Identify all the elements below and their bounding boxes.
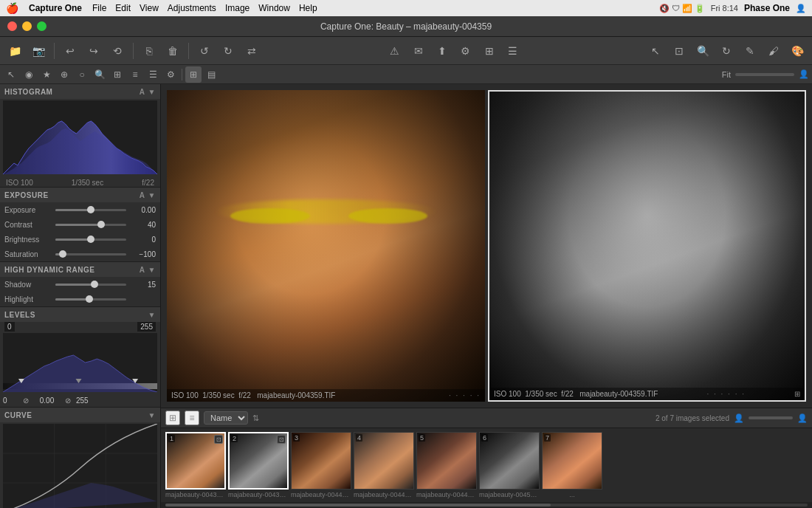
contrast-slider[interactable] bbox=[55, 224, 126, 226]
left-image-container[interactable] bbox=[167, 90, 485, 402]
menu-file[interactable]: File bbox=[92, 3, 106, 13]
hdr-icon-down[interactable]: ▼ bbox=[148, 266, 156, 274]
app-name[interactable]: Capture One bbox=[29, 3, 82, 13]
toolbar-zoom-in[interactable]: 🔍 bbox=[692, 41, 713, 61]
histogram-icon-a[interactable]: A bbox=[140, 88, 145, 96]
thumb-item-6[interactable]: 6 majabeauty-004503.TIF bbox=[479, 432, 540, 498]
thumb-img-6[interactable]: 6 bbox=[479, 432, 540, 490]
exposure-icon-a[interactable]: A bbox=[140, 191, 145, 199]
levels-eyedropper-right[interactable]: ⊘ bbox=[63, 395, 73, 405]
histogram-header[interactable]: HISTOGRAM A ▼ bbox=[0, 84, 160, 99]
toolbar-undo[interactable]: ↩ bbox=[60, 41, 80, 61]
toolbar-warning[interactable]: ⚠ bbox=[385, 41, 405, 61]
thumb-img-4[interactable]: 4 bbox=[354, 432, 414, 490]
thumb-item-3[interactable]: 3 majabeauty-004410.TIF bbox=[291, 432, 351, 498]
tb2-list-view[interactable]: ▤ bbox=[203, 66, 219, 83]
toolbar-rotate-r[interactable]: ↻ bbox=[218, 41, 238, 61]
thumb-img-2[interactable]: 2 ⊡ bbox=[228, 432, 289, 490]
tb2-search[interactable]: 🔍 bbox=[92, 66, 108, 83]
right-img-expand[interactable]: ⊞ bbox=[794, 390, 800, 398]
brightness-slider[interactable] bbox=[55, 238, 126, 241]
toolbar-capture[interactable]: 📷 bbox=[28, 41, 49, 61]
toolbar-picker[interactable]: 🎨 bbox=[787, 41, 808, 61]
tb2-circle[interactable]: ○ bbox=[74, 66, 90, 83]
zoom-slider-track[interactable] bbox=[735, 73, 794, 76]
user-icon[interactable]: 👤 bbox=[796, 4, 806, 13]
toolbar-copy[interactable]: ⎘ bbox=[139, 41, 159, 61]
exposure-icon-down[interactable]: ▼ bbox=[148, 191, 156, 199]
histogram-icon-down[interactable]: ▼ bbox=[148, 88, 156, 96]
toolbar-cursor[interactable]: ↖ bbox=[645, 41, 666, 61]
levels-max[interactable]: 255 bbox=[137, 322, 156, 332]
right-image-container[interactable] bbox=[488, 90, 806, 402]
tb2-grid-view[interactable]: ⊞ bbox=[185, 66, 202, 83]
tb2-list[interactable]: ≡ bbox=[127, 66, 143, 83]
toolbar-rotate2[interactable]: ↻ bbox=[716, 41, 737, 61]
hdr-header[interactable]: HIGH DYNAMIC RANGE A ▼ bbox=[0, 262, 160, 277]
toolbar-pen[interactable]: ✎ bbox=[740, 41, 760, 61]
toolbar-crop[interactable]: ⊡ bbox=[669, 41, 689, 61]
menu-edit[interactable]: Edit bbox=[115, 3, 131, 13]
hdr-icon-a[interactable]: A bbox=[140, 266, 145, 274]
user-icon-right[interactable]: 👤 bbox=[799, 69, 809, 79]
tb2-compare[interactable]: ☰ bbox=[145, 66, 161, 83]
sort-arrow[interactable]: ⇅ bbox=[252, 413, 259, 423]
levels-icon-down[interactable]: ▼ bbox=[148, 311, 156, 319]
menu-help[interactable]: Help bbox=[299, 3, 317, 13]
exposure-header[interactable]: EXPOSURE A ▼ bbox=[0, 188, 160, 202]
thumb-item-2[interactable]: 2 ⊡ majabeauty-004389.TIF bbox=[228, 432, 289, 498]
toolbar-layout[interactable]: ⊞ bbox=[479, 41, 500, 61]
thumb-img-3[interactable]: 3 bbox=[291, 432, 351, 490]
toolbar-rotate-l[interactable]: ↺ bbox=[194, 41, 215, 61]
toolbar-flip[interactable]: ⇄ bbox=[241, 41, 262, 61]
sort-select[interactable]: Name bbox=[204, 411, 248, 425]
toolbar-export[interactable]: ⬆ bbox=[432, 41, 453, 61]
browser-user-icon[interactable]: 👤 bbox=[734, 413, 744, 423]
browser-user-icon-2[interactable]: 👤 bbox=[797, 413, 808, 423]
browser-zoom-slider[interactable] bbox=[749, 416, 793, 419]
saturation-slider[interactable] bbox=[55, 253, 126, 255]
close-button[interactable] bbox=[7, 21, 17, 31]
thumb-item-5[interactable]: 5 majabeauty-004475.TIF bbox=[416, 432, 477, 498]
thumb-item-1[interactable]: 1 ⊡ majabeauty-004359.TIF bbox=[165, 432, 226, 498]
curve-header[interactable]: CURVE ▼ bbox=[0, 408, 160, 422]
fullscreen-button[interactable] bbox=[37, 21, 47, 31]
levels-min[interactable]: 0 bbox=[4, 322, 15, 332]
menu-window[interactable]: Window bbox=[258, 3, 290, 13]
thumb-img-7[interactable]: 7 bbox=[542, 432, 602, 490]
minimize-button[interactable] bbox=[22, 21, 32, 31]
thumb-img-1[interactable]: 1 ⊡ bbox=[165, 432, 226, 490]
toolbar-preferences[interactable]: ☰ bbox=[503, 41, 523, 61]
thumb-item-4[interactable]: 4 majabeauty-004450.TIF bbox=[354, 432, 414, 498]
right-img-dots[interactable]: · · · · · · bbox=[706, 390, 746, 398]
toolbar-delete[interactable]: 🗑 bbox=[162, 41, 183, 61]
toolbar-import[interactable]: 📁 bbox=[4, 41, 25, 61]
apple-menu[interactable]: 🍎 bbox=[6, 2, 18, 14]
toolbar-brush[interactable]: 🖌 bbox=[763, 41, 784, 61]
highlight-slider[interactable] bbox=[55, 298, 126, 301]
scroll-track[interactable] bbox=[165, 504, 808, 507]
tb2-settings2[interactable]: ⚙ bbox=[162, 66, 179, 83]
tb2-tag[interactable]: ⊕ bbox=[56, 66, 72, 83]
shadow-slider[interactable] bbox=[55, 284, 126, 286]
toolbar-redo[interactable]: ↪ bbox=[83, 41, 104, 61]
levels-header[interactable]: LEVELS ▼ bbox=[0, 307, 160, 322]
browser-list-btn[interactable]: ≡ bbox=[185, 411, 199, 425]
browser-grid-btn[interactable]: ⊞ bbox=[165, 411, 180, 425]
scroll-thumb[interactable] bbox=[165, 504, 551, 507]
tb2-grid[interactable]: ⊞ bbox=[109, 66, 125, 83]
toolbar-settings[interactable]: ⚙ bbox=[455, 41, 476, 61]
menu-view[interactable]: View bbox=[140, 3, 159, 13]
menu-image[interactable]: Image bbox=[225, 3, 250, 13]
tb2-star[interactable]: ★ bbox=[38, 66, 55, 83]
tb2-cursor[interactable]: ↖ bbox=[3, 66, 19, 83]
exposure-slider[interactable] bbox=[55, 209, 126, 211]
toolbar-email[interactable]: ✉ bbox=[408, 41, 429, 61]
tb2-lasso[interactable]: ◉ bbox=[21, 66, 37, 83]
thumb-img-5[interactable]: 5 bbox=[416, 432, 477, 490]
thumb-item-7[interactable]: 7 ... bbox=[542, 432, 602, 498]
menu-adjustments[interactable]: Adjustments bbox=[168, 3, 216, 13]
levels-eyedropper-left[interactable]: ⊘ bbox=[21, 395, 31, 405]
filmstrip-scrollbar[interactable] bbox=[161, 502, 812, 508]
left-img-dots[interactable]: · · · · · bbox=[449, 391, 481, 399]
